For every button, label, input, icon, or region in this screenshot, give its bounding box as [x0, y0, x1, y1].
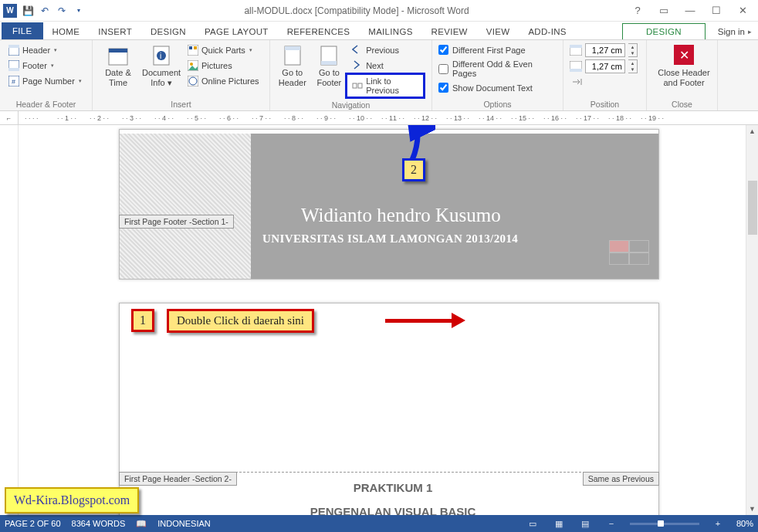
tab-icon — [572, 77, 583, 88]
ruler-vertical[interactable] — [0, 125, 19, 515]
tab-design[interactable]: DESIGN — [141, 24, 195, 39]
header-from-top[interactable]: ▲▼ — [570, 43, 640, 57]
svg-rect-27 — [570, 69, 582, 72]
online-pictures-icon — [188, 76, 198, 86]
status-page[interactable]: PAGE 2 OF 60 — [5, 519, 61, 528]
tab-page-layout[interactable]: PAGE LAYOUT — [195, 24, 278, 39]
doc-title: PRAKTIKUM 1 — [174, 481, 612, 494]
pictures-button[interactable]: Pictures — [185, 59, 262, 73]
ruler-horizontal[interactable]: ⌐ · · · ·· · 1 · ·· · 2 · ·· · 3 · ·· · … — [0, 111, 758, 125]
show-document-text-checkbox[interactable]: Show Document Text — [438, 81, 557, 94]
tab-mailings[interactable]: MAILINGS — [359, 24, 421, 39]
different-first-page-checkbox[interactable]: Different First Page — [438, 43, 557, 56]
different-odd-even-checkbox[interactable]: Different Odd & Even Pages — [438, 58, 557, 80]
maximize-icon[interactable]: ☐ — [707, 5, 726, 16]
scroll-thumb[interactable] — [748, 181, 757, 235]
status-words[interactable]: 8364 WORDS — [72, 519, 126, 528]
author-name: Widianto hendro Kusumo — [301, 205, 501, 226]
next-button[interactable]: Next — [350, 59, 425, 73]
goto-header-icon — [282, 45, 303, 66]
goto-footer-button[interactable]: Go to Footer — [313, 43, 346, 87]
tab-context-design[interactable]: DESIGN — [622, 23, 706, 39]
online-pictures-button[interactable]: Online Pictures — [185, 74, 262, 88]
tab-addins[interactable]: ADD-INS — [519, 24, 575, 39]
document-content: PRAKTIKUM 1 PENGENALAN VISUAL BASIC A. T… — [174, 481, 612, 515]
page-2: First Page Header -Section 2- Same as Pr… — [119, 303, 659, 515]
tab-references[interactable]: REFERENCES — [278, 24, 360, 39]
tab-file[interactable]: FILE — [2, 22, 43, 39]
status-language[interactable]: INDONESIAN — [157, 519, 210, 528]
page-number-button[interactable]: #Page Number▾ — [6, 74, 86, 88]
tab-home[interactable]: HOME — [43, 24, 90, 39]
group-close: ✕ Close Header and Footer Close — [647, 40, 718, 110]
svg-rect-13 — [194, 46, 197, 49]
previous-button[interactable]: Previous — [350, 43, 425, 57]
scrollbar-vertical[interactable]: ▲ ▼ — [746, 125, 758, 515]
group-navigation: Go to Header Go to Footer Previous Next … — [270, 40, 432, 110]
tab-view[interactable]: VIEW — [477, 24, 519, 39]
spinner-icon[interactable]: ▲▼ — [628, 59, 638, 73]
svg-rect-21 — [321, 61, 337, 65]
quick-parts-button[interactable]: Quick Parts▾ — [185, 43, 262, 57]
zoom-out-icon[interactable]: − — [604, 519, 619, 528]
view-web-icon[interactable]: ▤ — [577, 519, 593, 529]
save-icon[interactable]: 💾 — [22, 5, 34, 17]
scroll-down-icon[interactable]: ▼ — [746, 503, 758, 515]
ribbon-options-icon[interactable]: ▭ — [655, 5, 673, 16]
svg-rect-19 — [285, 46, 300, 50]
annotation-2: 2 — [402, 158, 425, 181]
group-options: Different First Page Different Odd & Eve… — [432, 40, 563, 110]
margin-bottom-icon — [570, 61, 582, 72]
qat-customize-icon[interactable]: ▾ — [73, 5, 85, 17]
help-icon[interactable]: ? — [628, 5, 647, 16]
insert-alignment-tab[interactable] — [570, 76, 640, 90]
header-icon — [8, 45, 19, 56]
cover-graphic: Widianto hendro Kusumo UNIVERSITAS ISLAM… — [251, 134, 658, 279]
spinner-icon[interactable]: ▲▼ — [628, 43, 638, 57]
ruler-ticks: · · · ·· · 1 · ·· · 2 · ·· · 3 · ·· · 4 … — [19, 111, 758, 124]
watermark: Wd-Kira.Blogspot.com — [5, 487, 139, 513]
group-label: Insert — [99, 98, 263, 109]
svg-text:i: i — [160, 52, 161, 60]
zoom-in-icon[interactable]: + — [710, 519, 726, 528]
group-label: Position — [570, 98, 640, 109]
svg-rect-12 — [189, 46, 192, 49]
date-time-button[interactable]: Date & Time — [99, 43, 137, 87]
chevron-icon: ▸ — [748, 28, 752, 36]
sign-in[interactable]: Sign in▸ — [712, 24, 758, 39]
tab-insert[interactable]: INSERT — [89, 24, 141, 39]
document-area[interactable]: Widianto hendro Kusumo UNIVERSITAS ISLAM… — [0, 125, 746, 515]
next-icon — [352, 60, 363, 71]
svg-rect-22 — [353, 83, 357, 88]
calendar-icon — [107, 45, 129, 66]
header-button[interactable]: Header▾ — [6, 43, 86, 57]
status-proofing-icon[interactable]: 📖 — [136, 519, 147, 529]
scroll-up-icon[interactable]: ▲ — [746, 125, 758, 137]
close-header-footer-button[interactable]: ✕ Close Header and Footer — [653, 43, 715, 87]
zoom-value[interactable]: 80% — [736, 519, 753, 528]
tab-review[interactable]: REVIEW — [422, 24, 477, 39]
margin-top-icon — [570, 45, 582, 56]
goto-header-button[interactable]: Go to Header — [276, 43, 309, 87]
undo-icon[interactable]: ↶ — [39, 5, 51, 17]
zoom-slider[interactable] — [630, 523, 699, 525]
redo-icon[interactable]: ↷ — [56, 5, 68, 17]
link-to-previous-button[interactable]: Link to Previous — [345, 73, 425, 99]
document-info-button[interactable]: iDocument Info ▾ — [142, 43, 181, 87]
svg-text:#: # — [12, 78, 15, 86]
view-print-icon[interactable]: ▦ — [551, 519, 567, 529]
word-icon: W — [3, 4, 17, 18]
close-window-icon[interactable]: ✕ — [733, 5, 752, 16]
goto-footer-icon — [318, 45, 340, 66]
annotation-1-label: Double Click di daerah sini — [167, 309, 314, 333]
svg-rect-23 — [358, 83, 362, 88]
status-bar: PAGE 2 OF 60 8364 WORDS 📖 INDONESIAN ▭ ▦… — [0, 515, 758, 532]
footer-button[interactable]: Footer▾ — [6, 59, 86, 73]
group-label: Header & Footer — [6, 98, 86, 109]
minimize-icon[interactable]: — — [681, 5, 699, 16]
ribbon-tabs: FILE HOME INSERT DESIGN PAGE LAYOUT REFE… — [0, 22, 758, 40]
footer-from-bottom[interactable]: ▲▼ — [570, 59, 640, 73]
view-read-icon[interactable]: ▭ — [525, 519, 540, 529]
decor-squares — [609, 240, 649, 265]
annotation-arrow-blue — [404, 125, 443, 148]
